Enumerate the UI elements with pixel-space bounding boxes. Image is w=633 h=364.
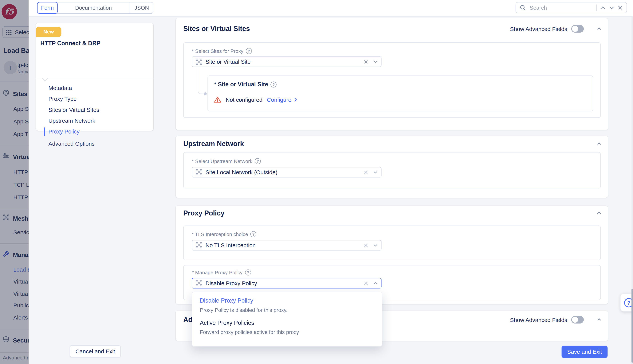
nested-field-label: * Site or Virtual Site ? xyxy=(214,81,276,88)
status-text: Not configured xyxy=(226,96,262,103)
nested-field-label-text: * Site or Virtual Site xyxy=(214,81,268,88)
close-icon[interactable] xyxy=(617,5,622,10)
show-advanced-fields-toggle[interactable] xyxy=(571,316,584,324)
select-value: Site or Virtual Site xyxy=(206,58,361,65)
warning-icon xyxy=(214,96,221,103)
search-input[interactable] xyxy=(529,4,593,11)
clear-icon[interactable] xyxy=(364,243,368,248)
tab-form[interactable]: Form xyxy=(37,2,58,14)
collapse-section-icon[interactable] xyxy=(597,212,601,215)
advanced-fields-label: Show Advanced Fields xyxy=(510,26,567,32)
field-group: * Select Upstream Network ? Site Local N… xyxy=(183,152,601,188)
section-title: Sites or Virtual Sites xyxy=(183,25,250,33)
divider xyxy=(596,4,597,11)
form-nav-advanced-options[interactable]: Advanced Options xyxy=(49,140,95,147)
section-proxy-policy: Proxy Policy * TLS Interception choice ?… xyxy=(176,206,608,304)
find-bar xyxy=(516,2,627,13)
tree-connector-dot xyxy=(204,92,207,95)
clear-icon[interactable] xyxy=(364,170,368,174)
section-title: Upstream Network xyxy=(183,140,244,148)
chevron-right-icon xyxy=(294,97,297,102)
dropdown-option-description: Forward proxy policies active for this p… xyxy=(200,329,299,335)
dropdown-option-disable-proxy-policy[interactable]: Disable Proxy Policy xyxy=(200,297,253,304)
field-group: * Select Sites for Proxy ? Site or Virtu… xyxy=(183,42,601,118)
tab-documentation[interactable]: Documentation xyxy=(57,2,130,13)
form-title: HTTP Connect & DRP xyxy=(40,40,101,46)
toggle-knob xyxy=(572,26,578,32)
active-nav-indicator xyxy=(44,128,45,136)
cancel-and-exit-button[interactable]: Cancel and Exit xyxy=(70,345,121,358)
modal-scrim xyxy=(0,0,29,364)
select-sites-for-proxy[interactable]: Site or Virtual Site xyxy=(192,56,382,67)
new-badge: New xyxy=(36,26,62,37)
field-label-text: * Manage Proxy Policy xyxy=(192,270,243,276)
section-upstream-network: Upstream Network * Select Upstream Netwo… xyxy=(176,136,608,198)
clear-icon[interactable] xyxy=(364,281,368,285)
field-label-text: * Select Upstream Network xyxy=(192,158,252,164)
nested-site-config-box: * Site or Virtual Site ? Not configured … xyxy=(207,76,593,112)
field-label: * Manage Proxy Policy ? xyxy=(192,270,251,276)
select-value: No TLS Interception xyxy=(206,242,361,248)
section-sites-or-virtual-sites: Sites or Virtual Sites Show Advanced Fie… xyxy=(176,18,608,130)
configure-link-text: Configure xyxy=(267,96,291,103)
view-tabs: Form Documentation JSON xyxy=(37,2,153,14)
help-tooltip-icon[interactable]: ? xyxy=(255,158,261,164)
reference-icon xyxy=(196,58,202,65)
help-tooltip-icon[interactable]: ? xyxy=(245,270,251,276)
form-nav-sites-or-virtual-sites[interactable]: Sites or Virtual Sites xyxy=(49,106,99,113)
chevron-down-icon[interactable] xyxy=(373,60,378,63)
chevron-down-icon[interactable] xyxy=(373,244,378,247)
form-topbar: Form Documentation JSON xyxy=(29,0,633,16)
advanced-fields-label: Show Advanced Fields xyxy=(510,316,567,323)
form-nav-card: New HTTP Connect & DRP Metadata Proxy Ty… xyxy=(36,23,153,131)
form-nav-metadata[interactable]: Metadata xyxy=(49,85,72,91)
dropdown-option-description: Proxy Policy is disabled for this proxy. xyxy=(200,307,287,313)
form-nav-upstream-network[interactable]: Upstream Network xyxy=(49,117,95,124)
field-label-text: * Select Sites for Proxy xyxy=(192,48,243,54)
section-notch xyxy=(42,75,48,81)
scrollbar-thumb[interactable] xyxy=(631,289,633,363)
reference-icon xyxy=(196,280,202,286)
page: f5 Selec Load Ba T tp-te Name Sites App … xyxy=(0,0,633,364)
help-tooltip-icon[interactable]: ? xyxy=(250,231,256,237)
field-label-text: * TLS Interception choice xyxy=(192,232,248,237)
field-label: * Select Upstream Network ? xyxy=(192,158,261,164)
help-tooltip-icon[interactable]: ? xyxy=(246,48,252,54)
show-advanced-fields-toggle[interactable] xyxy=(571,25,584,33)
select-tls-interception[interactable]: No TLS Interception xyxy=(192,240,382,250)
collapse-section-icon[interactable] xyxy=(597,27,601,30)
select-value: Site Local Network (Outside) xyxy=(206,169,361,176)
select-upstream-network[interactable]: Site Local Network (Outside) xyxy=(192,167,382,178)
configure-link[interactable]: Configure xyxy=(267,96,297,103)
select-manage-proxy-policy[interactable]: Disable Proxy Policy xyxy=(192,278,382,288)
form-nav-proxy-policy[interactable]: Proxy Policy xyxy=(49,128,80,135)
field-label: * Select Sites for Proxy ? xyxy=(192,48,252,54)
help-tooltip-icon[interactable]: ? xyxy=(271,81,277,87)
tab-json[interactable]: JSON xyxy=(130,2,153,13)
dropdown-option-active-proxy-policies[interactable]: Active Proxy Policies xyxy=(200,320,254,326)
collapse-section-icon[interactable] xyxy=(597,318,601,321)
advanced-fields-row: Show Advanced Fields xyxy=(510,25,584,33)
section-title: Proxy Policy xyxy=(183,210,224,217)
reference-icon xyxy=(196,242,202,248)
tree-connector xyxy=(198,67,205,94)
select-value: Disable Proxy Policy xyxy=(206,280,361,286)
advanced-fields-row: Show Advanced Fields xyxy=(510,316,584,324)
divider xyxy=(36,78,153,78)
chevron-up-icon[interactable] xyxy=(373,282,378,285)
search-icon xyxy=(520,5,526,10)
chevron-down-icon[interactable] xyxy=(373,170,378,174)
manage-proxy-policy-dropdown: Disable Proxy Policy Proxy Policy is dis… xyxy=(192,292,382,346)
status-row: Not configured Configure xyxy=(214,96,297,103)
clear-icon[interactable] xyxy=(364,60,368,64)
field-group: * TLS Interception choice ? No TLS Inter… xyxy=(183,226,601,260)
reference-icon xyxy=(196,169,202,176)
chevron-down-icon[interactable] xyxy=(609,6,614,10)
chevron-up-icon[interactable] xyxy=(600,6,605,10)
backdrop-sidebar: f5 Selec Load Ba T tp-te Name Sites App … xyxy=(0,0,29,364)
field-label: * TLS Interception choice ? xyxy=(192,231,256,237)
form-nav-proxy-type[interactable]: Proxy Type xyxy=(49,96,77,102)
collapse-section-icon[interactable] xyxy=(597,142,601,145)
save-and-exit-button[interactable]: Save and Exit xyxy=(562,346,608,358)
toggle-knob xyxy=(572,317,578,323)
